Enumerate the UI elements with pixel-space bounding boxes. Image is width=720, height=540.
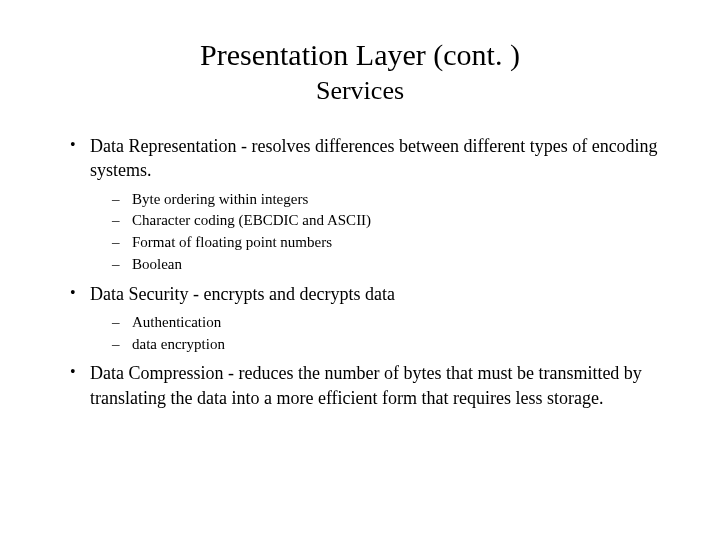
list-subitem: Authentication [110, 312, 662, 334]
list-item: Data Compression - reduces the number of… [68, 361, 662, 410]
list-subitem: data encryption [110, 334, 662, 356]
slide-title: Presentation Layer (cont. ) [48, 38, 672, 72]
list-subitem: Boolean [110, 254, 662, 276]
list-subitem: Format of floating point numbers [110, 232, 662, 254]
list-item-text: Data Security - encrypts and decrypts da… [90, 284, 395, 304]
list-item: Data Security - encrypts and decrypts da… [68, 282, 662, 356]
slide-content: Data Representation - resolves differenc… [48, 134, 672, 410]
list-item-text: Data Compression - reduces the number of… [90, 363, 642, 407]
list-item: Data Representation - resolves differenc… [68, 134, 662, 276]
slide-subtitle: Services [48, 76, 672, 106]
list-subitem: Byte ordering within integers [110, 189, 662, 211]
list-subitem: Character coding (EBCDIC and ASCII) [110, 210, 662, 232]
list-item-text: Data Representation - resolves differenc… [90, 136, 658, 180]
